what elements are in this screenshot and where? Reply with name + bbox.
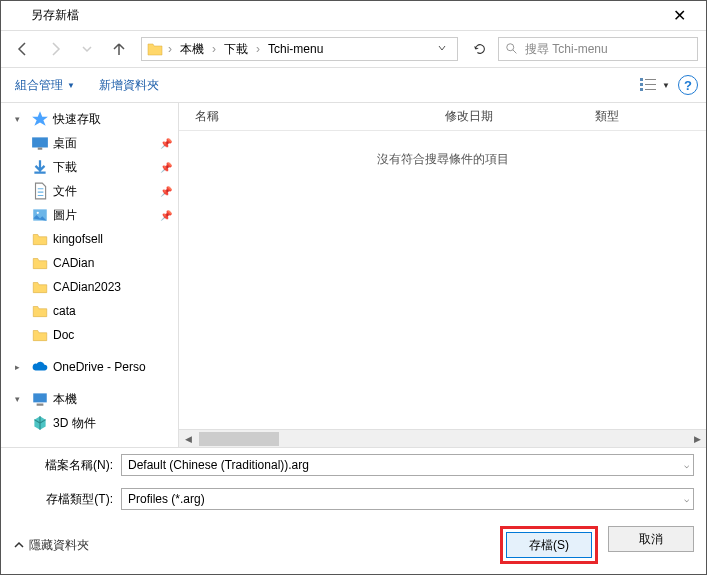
sidebar-pictures[interactable]: 圖片📌 xyxy=(1,203,178,227)
save-highlight: 存檔(S) xyxy=(500,526,598,564)
folder-icon xyxy=(31,254,49,272)
chevron-right-icon: › xyxy=(210,42,218,56)
cube-icon xyxy=(31,414,49,432)
save-button[interactable]: 存檔(S) xyxy=(506,532,592,558)
hide-folders-button[interactable]: 隱藏資料夾 xyxy=(13,537,89,554)
crumb-current[interactable]: Tchi-menu xyxy=(264,40,327,58)
toolbar: 組合管理▼ 新增資料夾 ▼ ? xyxy=(1,67,706,103)
new-folder-button[interactable]: 新增資料夾 xyxy=(93,73,165,98)
svg-rect-4 xyxy=(645,79,656,80)
cancel-button[interactable]: 取消 xyxy=(608,526,694,552)
horizontal-scrollbar[interactable]: ◀ ▶ xyxy=(179,429,706,447)
sidebar-folder[interactable]: kingofsell xyxy=(1,227,178,251)
download-icon xyxy=(31,158,49,176)
close-button[interactable]: ✕ xyxy=(661,2,698,29)
sidebar-onedrive[interactable]: ▸OneDrive - Perso xyxy=(1,355,178,379)
pin-icon: 📌 xyxy=(160,138,172,149)
navbar: › 本機 › 下載 › Tchi-menu 搜尋 Tchi-menu xyxy=(1,31,706,67)
filename-input[interactable]: Default (Chinese (Traditional)).arg⌵ xyxy=(121,454,694,476)
pin-icon: 📌 xyxy=(160,210,172,221)
column-date[interactable]: 修改日期 xyxy=(429,108,579,125)
address-dropdown[interactable] xyxy=(431,42,453,56)
crumb-thispc[interactable]: 本機 xyxy=(176,39,208,60)
app-icon xyxy=(9,8,25,24)
list-view-icon xyxy=(640,78,658,92)
scroll-thumb[interactable] xyxy=(199,432,279,446)
folder-icon xyxy=(31,230,49,248)
filetype-select[interactable]: Profiles (*.arg)⌵ xyxy=(121,488,694,510)
sidebar-folder[interactable]: CADian xyxy=(1,251,178,275)
filename-label: 檔案名稱(N): xyxy=(13,457,113,474)
cloud-icon xyxy=(31,358,49,376)
sidebar-3d-objects[interactable]: 3D 物件 xyxy=(1,411,178,435)
svg-rect-2 xyxy=(640,83,643,86)
chevron-right-icon: › xyxy=(166,42,174,56)
chevron-up-icon xyxy=(13,539,25,551)
back-button[interactable] xyxy=(9,35,37,63)
svg-rect-7 xyxy=(32,137,48,147)
svg-point-10 xyxy=(37,212,39,214)
forward-button[interactable] xyxy=(41,35,69,63)
desktop-icon xyxy=(31,134,49,152)
chevron-down-icon[interactable]: ⌵ xyxy=(684,460,689,470)
sidebar-downloads[interactable]: 下載📌 xyxy=(1,155,178,179)
folder-icon xyxy=(31,302,49,320)
pictures-icon xyxy=(31,206,49,224)
scroll-left-icon[interactable]: ◀ xyxy=(179,431,197,447)
recent-dropdown[interactable] xyxy=(73,35,101,63)
svg-rect-8 xyxy=(38,148,43,150)
crumb-downloads[interactable]: 下載 xyxy=(220,39,252,60)
scroll-right-icon[interactable]: ▶ xyxy=(688,431,706,447)
organize-button[interactable]: 組合管理▼ xyxy=(9,73,81,98)
column-headers: 名稱 修改日期 類型 xyxy=(179,103,706,131)
sidebar-folder[interactable]: cata xyxy=(1,299,178,323)
pin-icon: 📌 xyxy=(160,186,172,197)
chevron-down-icon[interactable]: ⌵ xyxy=(684,494,689,504)
column-type[interactable]: 類型 xyxy=(579,108,635,125)
chevron-right-icon: › xyxy=(254,42,262,56)
sidebar-folder[interactable]: CADian2023 xyxy=(1,275,178,299)
save-dialog: 另存新檔 ✕ › 本機 › 下載 › Tchi-menu 搜尋 Tchi-men… xyxy=(0,0,707,575)
svg-rect-12 xyxy=(37,404,44,406)
address-bar[interactable]: › 本機 › 下載 › Tchi-menu xyxy=(141,37,458,61)
sidebar-folder[interactable]: Doc xyxy=(1,323,178,347)
search-input[interactable]: 搜尋 Tchi-menu xyxy=(498,37,698,61)
column-name[interactable]: 名稱 xyxy=(179,108,429,125)
filetype-label: 存檔類型(T): xyxy=(13,491,113,508)
svg-rect-1 xyxy=(640,78,643,81)
footer: 檔案名稱(N): Default (Chinese (Traditional))… xyxy=(1,447,706,574)
svg-rect-3 xyxy=(640,88,643,91)
computer-icon xyxy=(31,390,49,408)
empty-message: 沒有符合搜尋條件的項目 xyxy=(179,131,706,429)
search-placeholder: 搜尋 Tchi-menu xyxy=(525,41,608,58)
up-button[interactable] xyxy=(105,35,133,63)
view-mode-button[interactable]: ▼ xyxy=(640,78,670,92)
pin-icon: 📌 xyxy=(160,162,172,173)
svg-rect-11 xyxy=(33,393,47,402)
sidebar-quick-access[interactable]: ▾快速存取 xyxy=(1,107,178,131)
svg-rect-5 xyxy=(645,84,656,85)
window-title: 另存新檔 xyxy=(31,7,79,24)
search-icon xyxy=(505,42,519,56)
sidebar-thispc[interactable]: ▾本機 xyxy=(1,387,178,411)
star-icon xyxy=(31,110,49,128)
document-icon xyxy=(31,182,49,200)
svg-rect-6 xyxy=(645,89,656,90)
help-button[interactable]: ? xyxy=(678,75,698,95)
sidebar-documents[interactable]: 文件📌 xyxy=(1,179,178,203)
refresh-button[interactable] xyxy=(466,37,494,61)
folder-icon xyxy=(146,40,164,58)
navigation-pane[interactable]: ▾快速存取 桌面📌 下載📌 文件📌 圖片📌 kingofsell CADian … xyxy=(1,103,179,447)
main-area: ▾快速存取 桌面📌 下載📌 文件📌 圖片📌 kingofsell CADian … xyxy=(1,103,706,447)
sidebar-desktop[interactable]: 桌面📌 xyxy=(1,131,178,155)
folder-icon xyxy=(31,278,49,296)
folder-icon xyxy=(31,326,49,344)
file-list-area: 名稱 修改日期 類型 沒有符合搜尋條件的項目 ◀ ▶ xyxy=(179,103,706,447)
svg-point-0 xyxy=(507,44,514,51)
titlebar: 另存新檔 ✕ xyxy=(1,1,706,31)
